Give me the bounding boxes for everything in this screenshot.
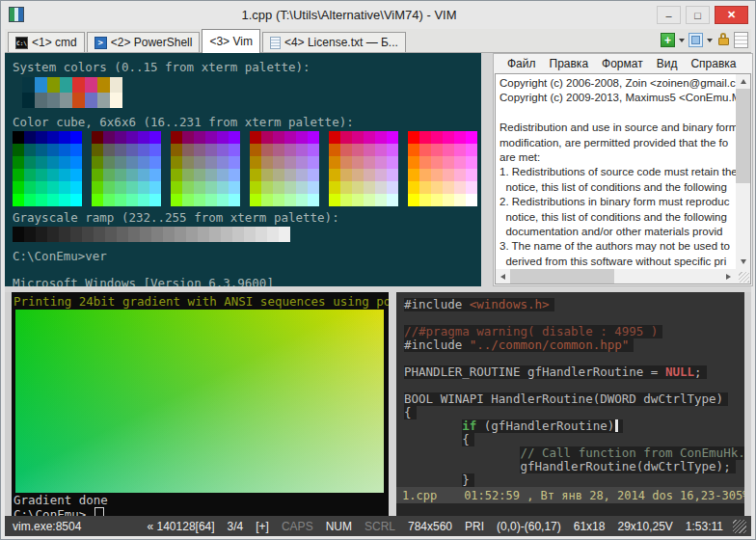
menu-item-Правка[interactable]: Правка: [543, 57, 596, 70]
cube-cell: [261, 181, 273, 194]
tab-1[interactable]: C:\<1> cmd: [8, 32, 85, 52]
resize-grip-icon[interactable]: [733, 520, 746, 533]
notepad-icon: [270, 37, 281, 49]
cube-cell: [454, 169, 466, 181]
cube-cell: [261, 156, 273, 169]
cube-cell: [70, 131, 82, 144]
status-item: CAPS: [282, 520, 313, 533]
cube-cell: [250, 169, 261, 181]
cube-cell: [205, 169, 217, 181]
lock-icon[interactable]: [716, 33, 730, 47]
horizontal-scroll-thumb[interactable]: [510, 269, 614, 284]
palette-swatch: [35, 93, 47, 108]
scroll-up-icon[interactable]: [736, 74, 750, 89]
palette-rows: [22, 77, 481, 108]
menu-item-Файл[interactable]: Файл: [500, 57, 543, 70]
cube-cell: [194, 194, 205, 206]
menu-item-Формат[interactable]: Формат: [595, 57, 650, 70]
cube-cell: [217, 156, 229, 169]
cube-cell: [375, 156, 387, 169]
cube-cell: [171, 194, 182, 206]
cube-cell: [149, 156, 161, 169]
minimize-button[interactable]: –: [657, 6, 681, 24]
console-list-dropdown-icon[interactable]: [707, 39, 713, 42]
cube-cell: [419, 194, 431, 206]
status-item: [+]: [256, 520, 269, 533]
new-console-dropdown-icon[interactable]: [679, 39, 685, 42]
tab-4[interactable]: <4> License.txt — Б...: [262, 32, 406, 52]
cube-cell: [92, 156, 103, 169]
cube-cell: [284, 131, 296, 144]
cube-cell: [352, 144, 364, 156]
scroll-right-icon[interactable]: [721, 269, 736, 284]
ramp-cell: [267, 227, 279, 242]
cube-cell: [229, 194, 240, 206]
cube-cell: [431, 194, 443, 206]
cube-cell: [273, 156, 284, 169]
cube-cell: [171, 156, 182, 169]
cube-cell: [205, 194, 217, 206]
cube-cell: [13, 194, 24, 206]
cube-cell: [443, 144, 454, 156]
notepad-text[interactable]: Copyright (c) 2006-2008, Zoin <zoinen@gm…: [496, 74, 736, 269]
tab-2[interactable]: ><2> PowerShell: [87, 32, 201, 52]
cube-cell: [466, 131, 477, 144]
cube-cell: [138, 194, 149, 206]
new-console-button[interactable]: +: [661, 33, 675, 47]
ramp-cell: [94, 227, 105, 242]
resize-grip-notepad[interactable]: [736, 269, 750, 284]
cube-cell: [47, 194, 59, 206]
cube-cell: [273, 144, 284, 156]
vertical-splitter-top[interactable]: [481, 53, 493, 286]
cube-cell: [387, 144, 398, 156]
cube-cell: [115, 131, 126, 144]
cube-cell: [229, 144, 240, 156]
vim-filename: 1.cpp: [402, 489, 437, 502]
side-panel-icon[interactable]: [734, 32, 748, 48]
cube-cell: [375, 169, 387, 181]
cube-cell: [284, 144, 296, 156]
vertical-splitter-bottom[interactable]: [389, 292, 396, 516]
cube-cell: [250, 194, 261, 206]
tab-3[interactable]: <3> Vim: [202, 29, 259, 53]
cube-cell: [92, 144, 103, 156]
menu-item-Вид[interactable]: Вид: [650, 57, 685, 70]
cube-cell: [205, 181, 217, 194]
cube-cell: [364, 194, 375, 206]
notepad-vertical-scrollbar[interactable]: [736, 74, 750, 269]
conemu-app-icon[interactable]: [9, 7, 24, 22]
cube-cell: [205, 131, 217, 144]
code-line: if (gfHandlerRoutine): [404, 419, 746, 433]
cube-cell: [171, 144, 182, 156]
cube-cell: [70, 156, 82, 169]
cube-cell: [182, 181, 194, 194]
menu-item-Справка[interactable]: Справка: [684, 57, 742, 70]
vim-pane-scrollbar[interactable]: [744, 292, 751, 516]
gradient-console-pane[interactable]: Printing 24bit gradient with ANSI sequen…: [12, 292, 389, 516]
scroll-down-icon[interactable]: [736, 255, 750, 269]
maximize-button[interactable]: □: [686, 6, 710, 24]
cmd-console-pane[interactable]: System colors (0..15 from xterm palette)…: [5, 53, 481, 286]
vim-editor-pane[interactable]: #include <windows.h>//#pragma warning( d…: [396, 292, 746, 516]
tab-bar: C:\<1> cmd><2> PowerShell<3> Vim<4> Lice…: [5, 29, 751, 53]
cube-cell: [36, 144, 47, 156]
cube-cell: [59, 194, 70, 206]
cube-cell: [284, 169, 296, 181]
cube-cell: [70, 181, 82, 194]
cube-cell: [24, 144, 36, 156]
ramp-cell: [175, 227, 186, 242]
ramp-cell: [70, 227, 82, 242]
notepad-pane: ФайлПравкаФорматВидСправка Copyright (c)…: [493, 53, 753, 286]
color-cube: [13, 131, 481, 206]
notepad-horizontal-scrollbar[interactable]: [496, 269, 736, 284]
vertical-scroll-thumb[interactable]: [736, 89, 750, 183]
cube-cell: [308, 156, 319, 169]
gradient-pane-scrollbar[interactable]: [5, 292, 12, 516]
close-button[interactable]: ✕: [715, 6, 748, 24]
titlebar[interactable]: 1.cpp (T:\Utils\Alternative\ViM74) - VIM…: [1, 1, 755, 29]
console-list-button[interactable]: [688, 33, 703, 47]
palette-swatch: [22, 77, 35, 93]
scroll-left-icon[interactable]: [496, 269, 510, 284]
cube-cell: [431, 144, 443, 156]
cube-cell: [387, 131, 398, 144]
